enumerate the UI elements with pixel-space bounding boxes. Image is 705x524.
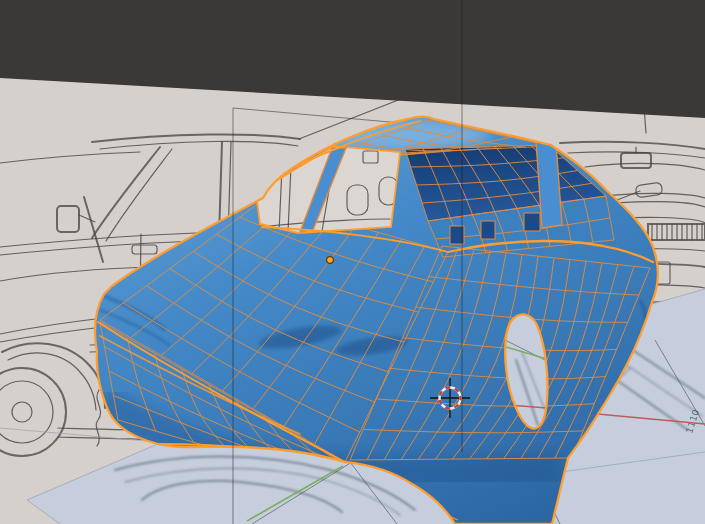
viewport-3d[interactable]: 1110 bbox=[0, 0, 705, 524]
headrest-block bbox=[481, 221, 495, 239]
headrest-block bbox=[524, 213, 540, 231]
object-origin-icon bbox=[327, 257, 334, 264]
viewport-canvas[interactable]: 1110 bbox=[0, 0, 705, 524]
